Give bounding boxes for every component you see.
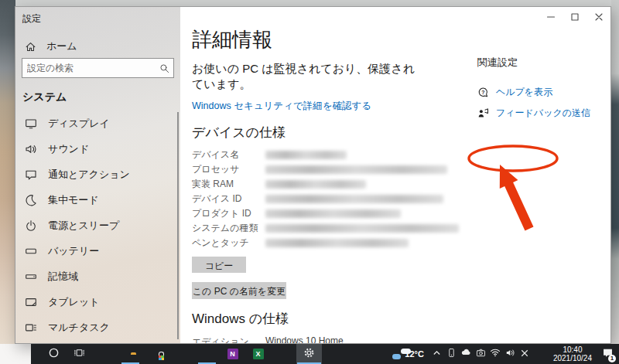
action-center-icon[interactable]: 1 bbox=[598, 344, 617, 364]
sidebar-item[interactable]: 電源とスリープ bbox=[15, 213, 180, 238]
window-title: 設定 bbox=[22, 12, 41, 26]
sidebar-item[interactable]: 記憶域 bbox=[15, 264, 180, 289]
tray-icon[interactable] bbox=[503, 344, 518, 364]
sidebar-item-label: 通知とアクション bbox=[48, 168, 130, 182]
related-settings-title: 関連設定 bbox=[477, 56, 611, 70]
sidebar-section-title: システム bbox=[22, 90, 67, 104]
sidebar-item[interactable]: 通知とアクション bbox=[15, 162, 180, 187]
spec-value-redacted bbox=[265, 165, 447, 174]
taskbar-app[interactable] bbox=[67, 344, 92, 364]
tray-icon[interactable] bbox=[518, 344, 532, 364]
tray-icon[interactable] bbox=[532, 344, 547, 364]
spec-row: ペンとタッチ bbox=[192, 236, 610, 250]
spec-value-redacted bbox=[265, 180, 366, 189]
sidebar-scrollbar[interactable] bbox=[177, 112, 179, 339]
home-label: ホーム bbox=[46, 39, 77, 53]
windows-spec-title: Windows の仕様 bbox=[192, 310, 610, 328]
help-link[interactable]: ? ヘルプを表示 bbox=[477, 86, 611, 99]
spec-row: システムの種類 bbox=[192, 221, 610, 236]
sidebar-item-label: マルチタスク bbox=[48, 321, 110, 335]
spec-value-redacted bbox=[265, 224, 459, 233]
spec-label: プロダクト ID bbox=[192, 207, 265, 220]
help-icon: ? bbox=[477, 87, 489, 98]
volume-icon bbox=[505, 347, 515, 361]
sidebar-item[interactable]: バッテリー bbox=[15, 238, 180, 264]
multitask-icon bbox=[25, 321, 37, 334]
battery-icon bbox=[25, 245, 37, 257]
rename-pc-button[interactable]: この PC の名前を変更 bbox=[192, 282, 286, 299]
desktop-wallpaper-right bbox=[611, 0, 619, 344]
sidebar-nav: ディスプレイ サウンド 通知とアクション 集中モード 電源とスリープ バッテリー… bbox=[15, 111, 180, 340]
sidebar: 設定 ホーム システム ディスプレイ サウンド 通知とアクション 集中モード 電… bbox=[15, 7, 180, 343]
cortana-icon bbox=[48, 347, 60, 362]
settings-search-box bbox=[22, 58, 174, 78]
taskbar-app[interactable] bbox=[92, 344, 118, 364]
window-controls bbox=[539, 7, 610, 27]
sidebar-item-label: 記憶域 bbox=[48, 270, 78, 284]
spec-value-redacted bbox=[265, 195, 443, 203]
taskbar-app[interactable] bbox=[118, 344, 143, 364]
sidebar-item-home[interactable]: ホーム bbox=[25, 39, 77, 53]
spec-value-redacted bbox=[265, 151, 347, 159]
taskbar-apps: N X bbox=[41, 344, 322, 364]
sidebar-item[interactable]: 集中モード bbox=[15, 187, 180, 213]
minimize-icon[interactable] bbox=[539, 7, 563, 27]
spec-value-redacted bbox=[265, 209, 401, 218]
clock-date: 2021/10/24 bbox=[553, 354, 592, 363]
spec-label: デバイス ID bbox=[192, 192, 265, 206]
search-input[interactable] bbox=[22, 63, 155, 73]
taskbar-app[interactable] bbox=[271, 344, 296, 364]
ime-x-icon bbox=[520, 347, 529, 361]
taskbar-app[interactable] bbox=[169, 344, 194, 364]
sidebar-item[interactable]: マルチタスク bbox=[15, 315, 180, 340]
tray-icon[interactable] bbox=[488, 344, 503, 364]
camera-icon bbox=[476, 347, 486, 361]
notification-badge: 1 bbox=[608, 355, 616, 362]
tablet-icon bbox=[25, 296, 37, 308]
tray-icon[interactable] bbox=[459, 344, 474, 364]
maximize-icon[interactable] bbox=[563, 7, 587, 27]
tray-icon[interactable] bbox=[474, 344, 488, 364]
edition-label: エディション bbox=[192, 335, 265, 344]
display-icon bbox=[25, 117, 37, 130]
feedback-icon bbox=[477, 107, 489, 119]
desktop-corner bbox=[0, 344, 31, 364]
focus-assist-icon bbox=[25, 194, 37, 206]
tray-icon[interactable] bbox=[429, 344, 444, 364]
spec-label: デバイス名 bbox=[192, 148, 265, 162]
taskbar-clock[interactable]: 10:40 2021/10/24 bbox=[550, 345, 595, 363]
taskbar-app[interactable] bbox=[41, 344, 67, 364]
related-settings: 関連設定 ? ヘルプを表示 フィードバックの送信 bbox=[477, 56, 611, 128]
spec-row: 実装 RAM bbox=[192, 177, 610, 192]
sidebar-item[interactable]: タブレット bbox=[15, 289, 180, 315]
windows-security-link[interactable]: Windows セキュリティで詳細を確認する bbox=[192, 100, 371, 113]
taskbar-app[interactable]: N bbox=[220, 344, 245, 364]
taskbar-app[interactable] bbox=[194, 344, 220, 364]
search-icon[interactable] bbox=[155, 63, 173, 73]
help-links: ? ヘルプを表示 フィードバックの送信 bbox=[477, 86, 611, 120]
weather-widget[interactable]: 12°C bbox=[398, 349, 426, 359]
help-link[interactable]: フィードバックの送信 bbox=[477, 107, 611, 120]
power-icon bbox=[25, 219, 37, 232]
taskbar-app[interactable] bbox=[296, 344, 322, 364]
sidebar-item-label: 集中モード bbox=[48, 193, 99, 207]
notifications-icon bbox=[25, 168, 37, 181]
sound-icon bbox=[25, 143, 37, 155]
device-spec-table: デバイス名 プロセッサ 実装 RAM デバイス ID プロダクト ID システム… bbox=[192, 148, 610, 250]
sidebar-item-label: タブレット bbox=[48, 295, 100, 309]
taskbar-app[interactable]: X bbox=[245, 344, 271, 364]
spec-label: プロセッサ bbox=[192, 163, 265, 176]
security-status-text: お使いの PC は監視されており、保護され ています。 bbox=[192, 61, 463, 92]
taskbar-app[interactable] bbox=[143, 344, 169, 364]
sidebar-item[interactable]: サウンド bbox=[15, 136, 180, 162]
copy-button[interactable]: コピー bbox=[192, 257, 246, 273]
tray-icon[interactable] bbox=[444, 344, 459, 364]
sidebar-item[interactable]: ディスプレイ bbox=[15, 111, 180, 136]
edition-row: エディション Windows 10 Home bbox=[192, 335, 610, 344]
home-icon bbox=[25, 41, 36, 53]
close-icon[interactable] bbox=[587, 7, 610, 27]
spec-label: 実装 RAM bbox=[192, 178, 265, 191]
storage-icon bbox=[25, 270, 37, 283]
phone-icon bbox=[446, 347, 457, 361]
onedrive-icon bbox=[460, 347, 471, 361]
